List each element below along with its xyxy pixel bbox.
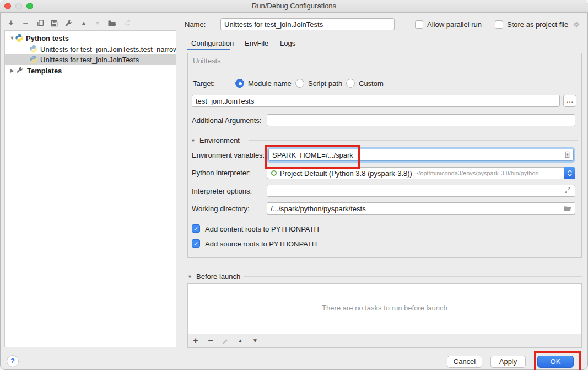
unittests-group-line <box>229 61 578 61</box>
configurations-tree: ▼ Python tests Unittests for test_join.J… <box>4 30 176 347</box>
before-launch-line <box>244 276 582 277</box>
allow-parallel-run-checkbox[interactable] <box>415 20 423 29</box>
working-directory-label: Working directory: <box>192 205 250 213</box>
run-debug-configurations-dialog: Run/Debug Configurations + − ▲ ▼ ↓az ▼ P… <box>0 0 588 370</box>
tab-logs[interactable]: Logs <box>280 39 295 47</box>
name-input[interactable] <box>220 18 395 30</box>
add-content-roots-checkbox[interactable] <box>192 224 200 233</box>
title-bar: Run/Debug Configurations <box>0 0 588 13</box>
additional-arguments-input[interactable] <box>267 114 575 126</box>
tree-item-label: Unittests for test_join.JoinTests.test_n… <box>40 45 176 53</box>
add-content-roots-label: Add content roots to PYTHONPATH <box>205 225 319 233</box>
help-button[interactable]: ? <box>7 355 19 367</box>
sort-configurations-icon: ↓az <box>121 18 132 29</box>
interpreter-options-label: Interpreter options: <box>192 187 252 195</box>
move-task-down-button: ▼ <box>251 338 260 344</box>
tree-item-unittest-jointests-selected[interactable]: Unittests for test_join.JoinTests <box>5 54 176 65</box>
folder-icon[interactable] <box>563 204 572 213</box>
allow-parallel-run-label: Allow parallel run <box>427 20 482 29</box>
working-directory-input[interactable] <box>267 202 575 215</box>
python-test-icon <box>29 55 38 64</box>
python-interpreter-label: Python interpreter: <box>192 169 251 177</box>
environment-variables-input[interactable] <box>268 149 574 161</box>
edit-variables-icon[interactable] <box>563 151 572 159</box>
before-launch-panel: There are no tasks to run before launch … <box>187 283 582 348</box>
edit-templates-wrench-icon[interactable] <box>63 18 74 29</box>
target-input[interactable] <box>192 95 560 107</box>
unittests-group-title: Unittests <box>193 57 221 65</box>
zoom-window-button[interactable] <box>26 3 33 9</box>
before-launch-collapse-icon[interactable]: ▼ <box>187 274 192 280</box>
tree-item-label: Templates <box>27 67 62 75</box>
new-folder-icon[interactable] <box>106 18 117 29</box>
tree-item-templates[interactable]: ▶ Templates <box>5 65 176 76</box>
radio-module-name[interactable] <box>235 79 244 88</box>
expand-field-icon[interactable] <box>564 186 573 195</box>
before-launch-empty-message: There are no tasks to run before launch <box>188 304 581 312</box>
additional-arguments-label: Additional Arguments: <box>192 116 261 125</box>
tab-envfile[interactable]: EnvFile <box>245 39 268 47</box>
edit-task-pencil-icon <box>221 337 230 345</box>
window-title: Run/Debug Configurations <box>0 0 588 12</box>
add-source-roots-checkbox[interactable] <box>192 239 200 248</box>
tree-item-python-tests[interactable]: ▼ Python tests <box>5 33 176 44</box>
target-label: Target: <box>193 79 215 88</box>
name-label: Name: <box>185 20 206 29</box>
apply-button[interactable]: Apply <box>490 356 526 368</box>
radio-module-name-label: Module name <box>248 79 292 88</box>
gear-icon[interactable] <box>572 20 581 29</box>
browse-target-button[interactable]: … <box>563 95 576 107</box>
ok-button[interactable]: OK <box>537 356 574 368</box>
python-icon <box>15 34 24 42</box>
before-launch-title: Before launch <box>196 272 240 281</box>
add-configuration-button[interactable]: + <box>6 18 17 29</box>
environment-section-title: Environment <box>199 136 240 144</box>
remove-task-button: − <box>206 336 215 345</box>
python-interpreter-path: ~/opt/miniconda3/envs/pyspark-3.8/bin/py… <box>415 170 539 176</box>
radio-script-path[interactable] <box>295 79 304 88</box>
tree-item-label: Python tests <box>26 34 69 42</box>
python-interpreter-value: Project Default (Python 3.8 (pyspark-3.8… <box>280 169 412 178</box>
radio-script-path-label: Script path <box>308 79 342 88</box>
store-as-project-file-label: Store as project file <box>507 20 568 29</box>
conda-environment-icon <box>271 170 277 176</box>
tree-item-label: Unittests for test_join.JoinTests <box>40 56 139 64</box>
tab-configuration[interactable]: Configuration <box>191 39 234 47</box>
add-source-roots-label: Add source roots to PYTHONPATH <box>205 240 317 248</box>
remove-configuration-button[interactable]: − <box>20 18 31 29</box>
chevron-down-icon[interactable]: ▼ <box>9 35 15 41</box>
interpreter-options-input[interactable] <box>267 185 575 197</box>
tree-item-unittest-narrow[interactable]: Unittests for test_join.JoinTests.test_n… <box>5 44 176 55</box>
active-tab-underline <box>187 49 230 50</box>
python-interpreter-combo[interactable]: Project Default (Python 3.8 (pyspark-3.8… <box>267 167 575 179</box>
copy-configuration-icon[interactable] <box>35 18 46 29</box>
tabs-divider <box>187 50 582 50</box>
minimize-window-button <box>15 3 22 9</box>
interpreter-dropdown-stepper[interactable] <box>564 167 575 179</box>
save-configuration-icon[interactable] <box>48 18 60 29</box>
radio-custom-label: Custom <box>359 79 384 88</box>
move-down-button: ▼ <box>92 18 103 29</box>
move-up-button[interactable]: ▲ <box>78 18 89 29</box>
move-task-up-button: ▲ <box>236 338 245 344</box>
cancel-button[interactable]: Cancel <box>447 356 482 368</box>
wrench-icon <box>15 66 25 75</box>
environment-variables-label: Environment variables: <box>192 151 265 159</box>
store-as-project-file-checkbox[interactable] <box>495 20 503 29</box>
chevron-right-icon[interactable]: ▶ <box>9 68 15 73</box>
radio-custom[interactable] <box>346 79 355 88</box>
environment-collapse-icon[interactable]: ▼ <box>191 138 196 143</box>
python-test-icon <box>29 45 38 53</box>
close-window-button[interactable] <box>4 3 11 9</box>
before-launch-toolbar: + − ▲ ▼ <box>188 334 581 347</box>
add-task-button[interactable]: + <box>191 336 200 345</box>
environment-section-line <box>249 140 578 141</box>
